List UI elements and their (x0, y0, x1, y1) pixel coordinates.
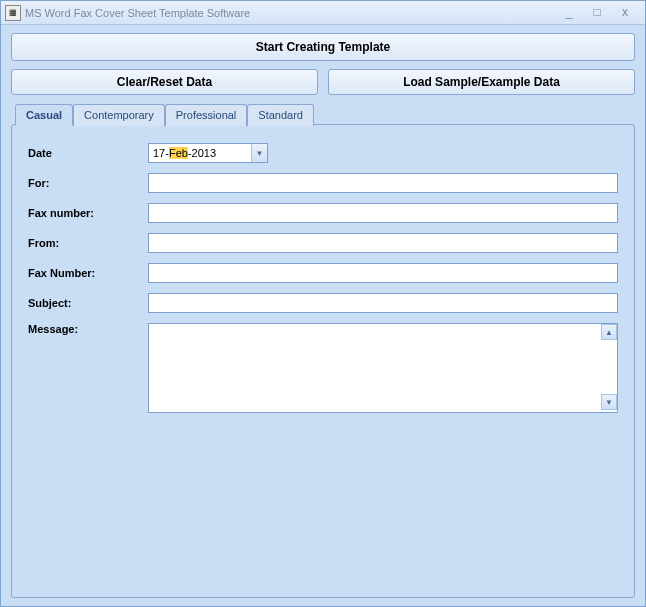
close-button[interactable]: x (617, 5, 633, 21)
titlebar: ▦ MS Word Fax Cover Sheet Template Softw… (1, 1, 645, 25)
message-wrap: ▲ ▼ (148, 323, 618, 415)
fax-number-1-label: Fax number: (28, 207, 148, 219)
subject-input[interactable] (148, 293, 618, 313)
app-window: ▦ MS Word Fax Cover Sheet Template Softw… (0, 0, 646, 607)
for-label: For: (28, 177, 148, 189)
window-title: MS Word Fax Cover Sheet Template Softwar… (25, 7, 561, 19)
for-input[interactable] (148, 173, 618, 193)
for-row: For: (28, 173, 618, 193)
message-row: Message: ▲ ▼ (28, 323, 618, 415)
date-highlight: Feb (169, 147, 188, 159)
fax-number-2-label: Fax Number: (28, 267, 148, 279)
scroll-up-icon[interactable]: ▲ (601, 324, 617, 340)
subject-label: Subject: (28, 297, 148, 309)
date-label: Date (28, 147, 148, 159)
start-creating-button[interactable]: Start Creating Template (11, 33, 635, 61)
tab-strip: Casual Contemporary Professional Standar… (15, 103, 635, 125)
tab-panel-casual: Date 17-Feb-2013 ▼ For: Fax number: (11, 124, 635, 598)
load-sample-button[interactable]: Load Sample/Example Data (328, 69, 635, 95)
date-picker[interactable]: 17-Feb-2013 ▼ (148, 143, 268, 163)
clear-reset-button[interactable]: Clear/Reset Data (11, 69, 318, 95)
date-suffix: -2013 (188, 147, 216, 159)
content-area: Start Creating Template Clear/Reset Data… (1, 25, 645, 606)
tab-casual[interactable]: Casual (15, 104, 73, 126)
date-row: Date 17-Feb-2013 ▼ (28, 143, 618, 163)
secondary-button-row: Clear/Reset Data Load Sample/Example Dat… (11, 69, 635, 95)
fax-number-2-input[interactable] (148, 263, 618, 283)
app-icon: ▦ (5, 5, 21, 21)
tab-professional[interactable]: Professional (165, 104, 248, 126)
fax-number-1-input[interactable] (148, 203, 618, 223)
from-label: From: (28, 237, 148, 249)
from-input[interactable] (148, 233, 618, 253)
window-controls: _ □ x (561, 5, 641, 21)
date-value: 17-Feb-2013 (149, 147, 251, 159)
maximize-button[interactable]: □ (589, 5, 605, 21)
fax-number-2-row: Fax Number: (28, 263, 618, 283)
message-textarea[interactable] (148, 323, 618, 413)
subject-row: Subject: (28, 293, 618, 313)
date-prefix: 17- (153, 147, 169, 159)
tab-standard[interactable]: Standard (247, 104, 314, 126)
scroll-down-icon[interactable]: ▼ (601, 394, 617, 410)
from-row: From: (28, 233, 618, 253)
tab-contemporary[interactable]: Contemporary (73, 104, 165, 126)
fax-number-1-row: Fax number: (28, 203, 618, 223)
message-label: Message: (28, 323, 148, 415)
tab-container: Casual Contemporary Professional Standar… (11, 103, 635, 598)
date-dropdown-icon[interactable]: ▼ (251, 144, 267, 162)
minimize-button[interactable]: _ (561, 5, 577, 21)
